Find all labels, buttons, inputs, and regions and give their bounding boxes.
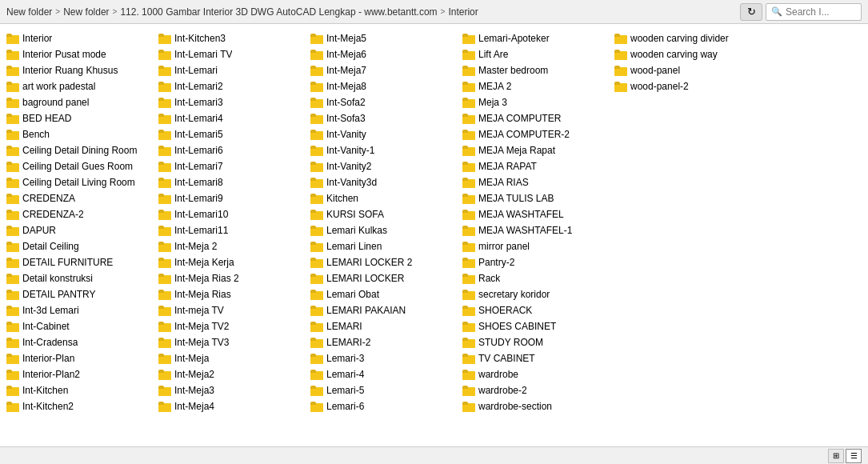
folder-item[interactable]: Ceiling Detail Living Room: [3, 174, 155, 190]
folder-item[interactable]: Int-Cradensa: [3, 334, 155, 350]
folder-item[interactable]: secretary koridor: [459, 286, 611, 302]
breadcrumb-item-2[interactable]: New folder: [63, 6, 109, 18]
folder-item[interactable]: Lemari-3: [307, 350, 459, 366]
folder-item[interactable]: LEMARI-2: [307, 334, 459, 350]
folder-item[interactable]: STUDY ROOM: [459, 334, 611, 350]
folder-item[interactable]: Int-Sofa3: [307, 110, 459, 126]
folder-item[interactable]: Int-Vanity: [307, 126, 459, 142]
folder-item[interactable]: Meja 3: [459, 94, 611, 110]
folder-item[interactable]: Int-Meja6: [307, 46, 459, 62]
folder-item[interactable]: Lift Are: [459, 46, 611, 62]
folder-item[interactable]: Int-Meja5: [307, 30, 459, 46]
breadcrumb-item-4[interactable]: Interior: [448, 6, 478, 18]
folder-item[interactable]: Int-Lemari8: [155, 174, 307, 190]
view-grid-button[interactable]: ⊞: [828, 449, 844, 463]
folder-item[interactable]: Interior: [3, 30, 155, 46]
folder-item[interactable]: Int-Meja Rias 2: [155, 270, 307, 286]
folder-item[interactable]: Lemari-5: [307, 382, 459, 398]
folder-item[interactable]: CREDENZA: [3, 190, 155, 206]
folder-item[interactable]: Int-Meja Kerja: [155, 254, 307, 270]
folder-item[interactable]: TV CABINET: [459, 350, 611, 366]
refresh-button[interactable]: ↻: [740, 3, 762, 21]
folder-item[interactable]: Lemari Linen: [307, 238, 459, 254]
folder-item[interactable]: Kitchen: [307, 190, 459, 206]
folder-item[interactable]: Int-Kitchen: [3, 382, 155, 398]
folder-item[interactable]: Int-meja TV: [155, 302, 307, 318]
folder-item[interactable]: Int-Vanity-1: [307, 142, 459, 158]
search-box[interactable]: 🔍: [766, 3, 862, 21]
folder-item[interactable]: Int-3d Lemari: [3, 302, 155, 318]
folder-item[interactable]: Int-Lemari6: [155, 142, 307, 158]
folder-item[interactable]: Lemari-Apoteker: [459, 30, 611, 46]
folder-item[interactable]: Pantry-2: [459, 254, 611, 270]
folder-item[interactable]: MEJA 2: [459, 78, 611, 94]
folder-item[interactable]: Lemari Kulkas: [307, 222, 459, 238]
folder-item[interactable]: LEMARI PAKAIAN: [307, 302, 459, 318]
folder-item[interactable]: Int-Meja4: [155, 398, 307, 414]
folder-item[interactable]: Int-Lemari TV: [155, 46, 307, 62]
folder-item[interactable]: Rack: [459, 270, 611, 286]
folder-item[interactable]: Int-Meja TV3: [155, 334, 307, 350]
folder-item[interactable]: wardrobe-2: [459, 382, 611, 398]
folder-item[interactable]: Int-Kitchen2: [3, 398, 155, 414]
folder-item[interactable]: Int-Meja7: [307, 62, 459, 78]
folder-item[interactable]: CREDENZA-2: [3, 206, 155, 222]
folder-item[interactable]: Interior-Plan: [3, 350, 155, 366]
folder-item[interactable]: Int-Meja8: [307, 78, 459, 94]
folder-item[interactable]: Detail Ceiling: [3, 238, 155, 254]
folder-item[interactable]: Ceiling Detail Gues Room: [3, 158, 155, 174]
folder-item[interactable]: MEJA COMPUTER: [459, 110, 611, 126]
folder-item[interactable]: Interior Ruang Khusus: [3, 62, 155, 78]
folder-item[interactable]: Int-Lemari: [155, 62, 307, 78]
folder-item[interactable]: mirror panel: [459, 238, 611, 254]
view-list-button[interactable]: ☰: [846, 449, 862, 463]
folder-item[interactable]: Interior-Plan2: [3, 366, 155, 382]
folder-item[interactable]: BED HEAD: [3, 110, 155, 126]
folder-item[interactable]: Master bedroom: [459, 62, 611, 78]
folder-item[interactable]: Int-Lemari9: [155, 190, 307, 206]
folder-item[interactable]: Int-Cabinet: [3, 318, 155, 334]
folder-item[interactable]: DETAIL PANTRY: [3, 286, 155, 302]
folder-item[interactable]: Int-Vanity2: [307, 158, 459, 174]
folder-item[interactable]: DETAIL FURNITURE: [3, 254, 155, 270]
folder-item[interactable]: wooden carving divider: [611, 30, 763, 46]
folder-item[interactable]: KURSI SOFA: [307, 206, 459, 222]
folder-item[interactable]: Int-Kitchen3: [155, 30, 307, 46]
folder-item[interactable]: Int-Lemari5: [155, 126, 307, 142]
folder-item[interactable]: Int-Lemari3: [155, 94, 307, 110]
folder-item[interactable]: MEJA RAPAT: [459, 158, 611, 174]
folder-item[interactable]: Bench: [3, 126, 155, 142]
folder-item[interactable]: Int-Meja Rias: [155, 286, 307, 302]
folder-item[interactable]: MEJA TULIS LAB: [459, 190, 611, 206]
folder-item[interactable]: Int-Meja TV2: [155, 318, 307, 334]
folder-item[interactable]: Int-Meja: [155, 350, 307, 366]
folder-item[interactable]: Lemari-4: [307, 366, 459, 382]
folder-item[interactable]: wardrobe: [459, 366, 611, 382]
folder-item[interactable]: wood-panel-2: [611, 78, 763, 94]
folder-item[interactable]: DAPUR: [3, 222, 155, 238]
folder-item[interactable]: Int-Meja 2: [155, 238, 307, 254]
folder-item[interactable]: Lemari Obat: [307, 286, 459, 302]
folder-item[interactable]: LEMARI LOCKER: [307, 270, 459, 286]
folder-item[interactable]: Int-Lemari10: [155, 206, 307, 222]
folder-item[interactable]: MEJA WASHTAFEL: [459, 206, 611, 222]
breadcrumb-item-3[interactable]: 112. 1000 Gambar Interior 3D DWG AutoCAD…: [120, 6, 437, 18]
folder-item[interactable]: wardrobe-section: [459, 398, 611, 414]
breadcrumb-item-1[interactable]: New folder: [6, 6, 52, 18]
folder-item[interactable]: LEMARI: [307, 318, 459, 334]
folder-item[interactable]: Int-Sofa2: [307, 94, 459, 110]
folder-item[interactable]: Int-Meja2: [155, 366, 307, 382]
folder-item[interactable]: Int-Meja3: [155, 382, 307, 398]
folder-item[interactable]: LEMARI LOCKER 2: [307, 254, 459, 270]
folder-item[interactable]: SHOES CABINET: [459, 318, 611, 334]
folder-item[interactable]: Int-Lemari11: [155, 222, 307, 238]
folder-item[interactable]: Int-Lemari7: [155, 158, 307, 174]
folder-item[interactable]: MEJA RIAS: [459, 174, 611, 190]
folder-item[interactable]: baground panel: [3, 94, 155, 110]
folder-item[interactable]: art work padestal: [3, 78, 155, 94]
folder-item[interactable]: Interior Pusat mode: [3, 46, 155, 62]
folder-item[interactable]: Int-Lemari2: [155, 78, 307, 94]
folder-item[interactable]: wood-panel: [611, 62, 763, 78]
folder-item[interactable]: MEJA COMPUTER-2: [459, 126, 611, 142]
folder-item[interactable]: MEJA Meja Rapat: [459, 142, 611, 158]
